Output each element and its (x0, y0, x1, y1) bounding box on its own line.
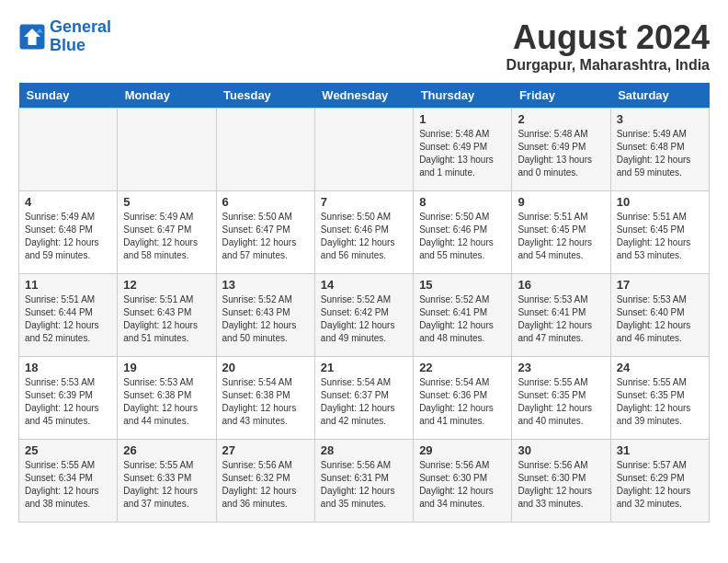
day-info: Sunrise: 5:51 AM Sunset: 6:45 PM Dayligh… (617, 211, 703, 262)
calendar-cell: 20Sunrise: 5:54 AM Sunset: 6:38 PM Dayli… (216, 357, 314, 440)
day-info: Sunrise: 5:56 AM Sunset: 6:31 PM Dayligh… (321, 459, 407, 511)
calendar-cell: 23Sunrise: 5:55 AM Sunset: 6:35 PM Dayli… (512, 357, 610, 440)
calendar-cell: 17Sunrise: 5:53 AM Sunset: 6:40 PM Dayli… (610, 274, 709, 357)
day-number: 30 (518, 443, 604, 457)
day-number: 8 (419, 195, 506, 209)
day-info: Sunrise: 5:50 AM Sunset: 6:47 PM Dayligh… (222, 211, 309, 262)
day-info: Sunrise: 5:51 AM Sunset: 6:43 PM Dayligh… (123, 293, 210, 345)
day-number: 27 (222, 443, 309, 457)
calendar-cell: 10Sunrise: 5:51 AM Sunset: 6:45 PM Dayli… (610, 191, 709, 274)
day-info: Sunrise: 5:50 AM Sunset: 6:46 PM Dayligh… (419, 211, 506, 262)
day-info: Sunrise: 5:52 AM Sunset: 6:43 PM Dayligh… (222, 293, 309, 345)
day-number: 31 (617, 443, 703, 457)
calendar-cell (314, 109, 413, 191)
day-header-monday: Monday (118, 83, 216, 109)
day-number: 19 (123, 361, 210, 374)
day-number: 29 (419, 443, 506, 457)
calendar-cell: 7Sunrise: 5:50 AM Sunset: 6:46 PM Daylig… (314, 191, 413, 274)
calendar-cell: 25Sunrise: 5:55 AM Sunset: 6:34 PM Dayli… (19, 440, 118, 523)
calendar-cell: 3Sunrise: 5:49 AM Sunset: 6:48 PM Daylig… (610, 109, 709, 191)
day-number: 15 (419, 278, 506, 292)
calendar-cell: 27Sunrise: 5:56 AM Sunset: 6:32 PM Dayli… (216, 440, 314, 523)
location-subtitle: Durgapur, Maharashtra, India (506, 57, 710, 74)
calendar-cell: 9Sunrise: 5:51 AM Sunset: 6:45 PM Daylig… (512, 191, 610, 274)
day-info: Sunrise: 5:55 AM Sunset: 6:35 PM Dayligh… (518, 376, 604, 428)
calendar-cell: 22Sunrise: 5:54 AM Sunset: 6:36 PM Dayli… (414, 357, 512, 440)
calendar-cell (19, 109, 118, 191)
day-number: 26 (123, 443, 210, 457)
calendar-week-row: 11Sunrise: 5:51 AM Sunset: 6:44 PM Dayli… (19, 274, 710, 357)
calendar-cell: 26Sunrise: 5:55 AM Sunset: 6:33 PM Dayli… (118, 440, 216, 523)
day-number: 9 (518, 195, 604, 209)
calendar-cell: 28Sunrise: 5:56 AM Sunset: 6:31 PM Dayli… (314, 440, 413, 523)
day-info: Sunrise: 5:54 AM Sunset: 6:36 PM Dayligh… (419, 376, 506, 428)
day-number: 4 (25, 195, 111, 209)
calendar-week-row: 4Sunrise: 5:49 AM Sunset: 6:48 PM Daylig… (19, 191, 710, 274)
calendar-cell: 24Sunrise: 5:55 AM Sunset: 6:35 PM Dayli… (610, 357, 709, 440)
day-number: 7 (321, 195, 407, 209)
day-info: Sunrise: 5:56 AM Sunset: 6:30 PM Dayligh… (419, 459, 506, 511)
calendar-cell: 14Sunrise: 5:52 AM Sunset: 6:42 PM Dayli… (314, 274, 413, 357)
day-number: 14 (321, 278, 407, 292)
day-info: Sunrise: 5:48 AM Sunset: 6:49 PM Dayligh… (419, 128, 506, 179)
day-info: Sunrise: 5:55 AM Sunset: 6:33 PM Dayligh… (123, 459, 210, 511)
day-info: Sunrise: 5:49 AM Sunset: 6:48 PM Dayligh… (25, 211, 111, 262)
month-year-title: August 2024 (506, 18, 710, 57)
day-number: 17 (617, 278, 703, 292)
day-number: 24 (617, 361, 703, 374)
page-header: General Blue August 2024 Durgapur, Mahar… (18, 18, 710, 74)
day-number: 10 (617, 195, 703, 209)
day-header-tuesday: Tuesday (216, 83, 314, 109)
day-info: Sunrise: 5:48 AM Sunset: 6:49 PM Dayligh… (518, 128, 604, 179)
calendar-cell: 31Sunrise: 5:57 AM Sunset: 6:29 PM Dayli… (610, 440, 709, 523)
day-number: 16 (518, 278, 604, 292)
calendar-table: SundayMondayTuesdayWednesdayThursdayFrid… (18, 83, 710, 523)
calendar-cell: 18Sunrise: 5:53 AM Sunset: 6:39 PM Dayli… (19, 357, 118, 440)
day-info: Sunrise: 5:51 AM Sunset: 6:44 PM Dayligh… (25, 293, 111, 345)
calendar-week-row: 1Sunrise: 5:48 AM Sunset: 6:49 PM Daylig… (19, 109, 710, 191)
calendar-cell: 19Sunrise: 5:53 AM Sunset: 6:38 PM Dayli… (118, 357, 216, 440)
day-number: 12 (123, 278, 210, 292)
calendar-cell: 5Sunrise: 5:49 AM Sunset: 6:47 PM Daylig… (118, 191, 216, 274)
calendar-cell: 11Sunrise: 5:51 AM Sunset: 6:44 PM Dayli… (19, 274, 118, 357)
calendar-cell: 1Sunrise: 5:48 AM Sunset: 6:49 PM Daylig… (414, 109, 512, 191)
day-header-thursday: Thursday (414, 83, 512, 109)
day-info: Sunrise: 5:55 AM Sunset: 6:35 PM Dayligh… (617, 376, 703, 428)
logo-icon (18, 23, 46, 51)
day-info: Sunrise: 5:54 AM Sunset: 6:38 PM Dayligh… (222, 376, 309, 428)
day-info: Sunrise: 5:49 AM Sunset: 6:47 PM Dayligh… (123, 211, 210, 262)
calendar-cell: 15Sunrise: 5:52 AM Sunset: 6:41 PM Dayli… (414, 274, 512, 357)
day-number: 2 (518, 112, 604, 126)
day-number: 22 (419, 361, 506, 374)
day-header-wednesday: Wednesday (314, 83, 413, 109)
day-info: Sunrise: 5:56 AM Sunset: 6:32 PM Dayligh… (222, 459, 309, 511)
day-number: 23 (518, 361, 604, 374)
day-number: 11 (25, 278, 111, 292)
day-info: Sunrise: 5:55 AM Sunset: 6:34 PM Dayligh… (25, 459, 111, 511)
day-info: Sunrise: 5:53 AM Sunset: 6:39 PM Dayligh… (25, 376, 111, 428)
day-number: 18 (25, 361, 111, 374)
day-number: 21 (321, 361, 407, 374)
day-number: 6 (222, 195, 309, 209)
title-area: August 2024 Durgapur, Maharashtra, India (506, 18, 710, 74)
day-info: Sunrise: 5:56 AM Sunset: 6:30 PM Dayligh… (518, 459, 604, 511)
calendar-cell: 8Sunrise: 5:50 AM Sunset: 6:46 PM Daylig… (414, 191, 512, 274)
day-info: Sunrise: 5:50 AM Sunset: 6:46 PM Dayligh… (321, 211, 407, 262)
day-header-friday: Friday (512, 83, 610, 109)
calendar-cell (118, 109, 216, 191)
logo-text: General Blue (50, 18, 111, 55)
day-info: Sunrise: 5:53 AM Sunset: 6:38 PM Dayligh… (123, 376, 210, 428)
calendar-cell: 21Sunrise: 5:54 AM Sunset: 6:37 PM Dayli… (314, 357, 413, 440)
day-number: 13 (222, 278, 309, 292)
logo-line2: Blue (50, 36, 85, 54)
calendar-cell: 29Sunrise: 5:56 AM Sunset: 6:30 PM Dayli… (414, 440, 512, 523)
calendar-cell: 6Sunrise: 5:50 AM Sunset: 6:47 PM Daylig… (216, 191, 314, 274)
day-header-sunday: Sunday (19, 83, 118, 109)
logo-line1: General (50, 17, 111, 36)
day-number: 25 (25, 443, 111, 457)
calendar-cell (216, 109, 314, 191)
day-number: 20 (222, 361, 309, 374)
calendar-week-row: 18Sunrise: 5:53 AM Sunset: 6:39 PM Dayli… (19, 357, 710, 440)
logo: General Blue (18, 18, 111, 55)
calendar-cell: 12Sunrise: 5:51 AM Sunset: 6:43 PM Dayli… (118, 274, 216, 357)
